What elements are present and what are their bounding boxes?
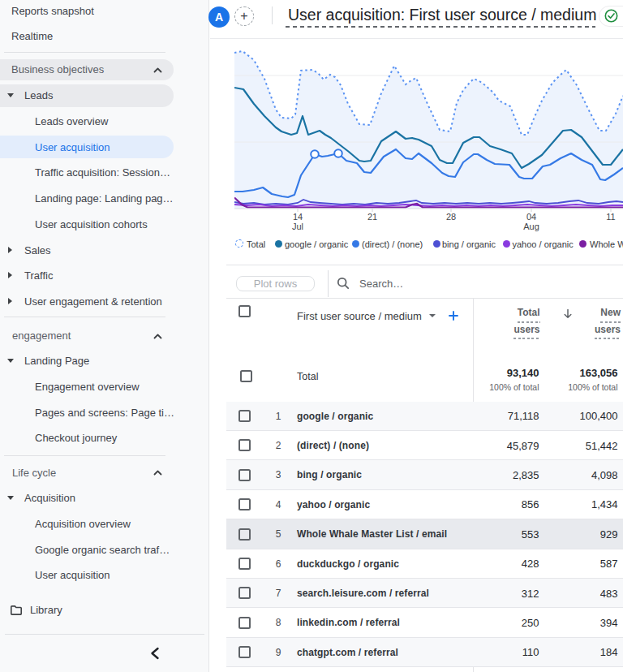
svg-text:14: 14 <box>293 212 303 222</box>
svg-text:Jul: Jul <box>292 222 303 231</box>
svg-text:11: 11 <box>606 212 615 222</box>
svg-text:21: 21 <box>367 212 377 222</box>
svg-text:04: 04 <box>526 212 536 222</box>
svg-text:Aug: Aug <box>523 222 539 231</box>
svg-text:28: 28 <box>446 212 456 222</box>
